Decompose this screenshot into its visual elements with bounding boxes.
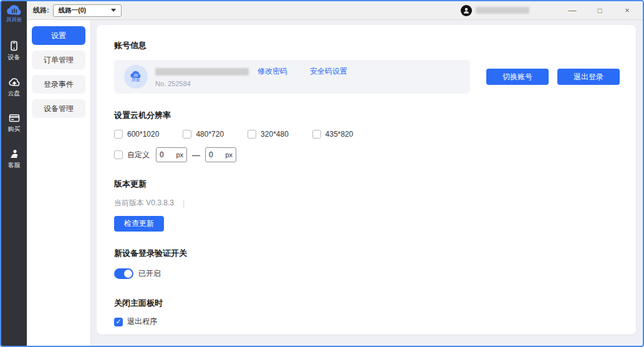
checkbox[interactable] [312,130,321,139]
checkbox-label: 退出程序 [127,316,157,327]
switch-account-button[interactable]: 切换账号 [486,69,549,85]
custom-resolution-row: 自定义 px — px [114,147,621,162]
resolution-option-600x1020[interactable]: 600*1020 [114,130,159,139]
new-device-toggle[interactable] [114,268,133,279]
tab-order-management[interactable]: 订单管理 [32,51,85,69]
route-select-value: 线路一(0) [59,6,111,15]
primary-sidebar: 川川云 设备 云盘 [1,1,27,346]
checkbox[interactable] [114,130,123,139]
resolution-option-320x480[interactable]: 320*480 [248,130,289,139]
checkbox-label: 435*820 [325,130,353,139]
checkbox[interactable] [114,318,123,326]
resolution-option-480x720[interactable]: 480*720 [183,130,224,139]
close-option-minimize-tray[interactable]: 最小化到系统托盘 [114,333,597,335]
tab-settings[interactable]: 设置 [32,26,85,45]
user-avatar[interactable] [461,5,472,16]
checkbox-label: 480*720 [196,130,224,139]
minimize-button[interactable]: — [563,4,582,17]
custom-width-field[interactable]: px [156,147,187,162]
chevron-down-icon [111,9,116,12]
device-icon [9,41,19,51]
account-avatar: 川云 [124,65,148,89]
logout-button[interactable]: 退出登录 [557,69,620,85]
main-content: 账号信息 川云 [91,20,643,346]
security-code-link[interactable]: 安全码设置 [310,66,347,77]
resolution-section-title: 设置云机分辨率 [114,110,621,121]
close-option-exit[interactable]: 退出程序 [114,316,597,327]
width-unit: px [176,151,183,159]
sidebar-item-label: 购买 [8,125,21,134]
change-password-link[interactable]: 修改密码 [257,66,287,77]
checkbox-label: 自定义 [127,150,150,160]
checkbox[interactable] [248,130,256,139]
account-number: No. 252584 [155,80,347,87]
account-card: 川云 修改密码 安全码设置 No. 252584 [114,60,470,94]
username-redacted [476,7,529,14]
checkbox[interactable] [114,335,123,335]
check-update-button[interactable]: 检查更新 [114,216,164,232]
checkbox-label: 600*1020 [127,130,159,139]
sidebar-item-label: 云盘 [8,89,21,98]
maximize-button[interactable]: □ [590,4,609,17]
tab-login-events[interactable]: 登录事件 [32,75,85,94]
sidebar-item-label: 客服 [8,161,21,170]
title-bar: 线路: 线路一(0) — □ × [27,1,643,20]
route-label: 线路: [33,6,49,15]
credit-card-icon [9,113,20,123]
close-panel-section-title: 关闭主面板时 [114,298,621,309]
sidebar-item-cloud-disk[interactable]: 云盘 [8,77,21,98]
account-section-title: 账号信息 [114,40,621,51]
range-separator: — [192,150,200,160]
custom-height-input[interactable] [209,150,223,159]
toggle-knob [124,270,132,278]
resolution-options-row: 600*1020 480*720 320*480 [114,130,621,139]
custom-width-input[interactable] [160,150,173,159]
cloud-upload-icon [9,77,20,87]
person-icon [463,7,470,14]
current-version: 当前版本 V0.3.8.3 [114,198,174,208]
sidebar-item-buy[interactable]: 购买 [8,113,21,134]
checkbox[interactable] [183,130,191,139]
settings-sidebar: 设置 订单管理 登录事件 设备管理 [27,20,91,346]
custom-resolution-option[interactable]: 自定义 [114,150,150,160]
account-row: 川云 修改密码 安全码设置 No. 252584 [114,60,621,94]
account-name-redacted [155,68,249,76]
close-button[interactable]: × [618,4,637,17]
version-section-title: 版本更新 [114,178,621,190]
route-select[interactable]: 线路一(0) [53,4,122,17]
support-icon [9,149,19,159]
app-logo: 川川云 [1,1,27,26]
sidebar-item-devices[interactable]: 设备 [8,41,21,62]
app-window: 川川云 设备 云盘 [0,0,644,347]
sidebar-item-support[interactable]: 客服 [8,149,21,170]
checkbox-label: 320*480 [261,130,289,139]
toggle-status-label: 已开启 [138,268,161,279]
brand-cloud-icon [6,4,22,16]
version-divider: | [183,199,185,208]
settings-panel: 账号信息 川云 [97,25,636,335]
tab-device-management[interactable]: 设备管理 [32,99,85,118]
avatar-text: 川云 [132,77,140,83]
resolution-option-435x820[interactable]: 435*820 [312,130,353,139]
custom-height-field[interactable]: px [205,147,236,162]
height-unit: px [225,151,233,159]
checkbox[interactable] [114,150,123,159]
checkbox-label: 最小化到系统托盘 [127,333,187,335]
sidebar-item-label: 设备 [8,53,21,62]
brand-name: 川川云 [6,16,22,23]
new-device-section-title: 新设备登录验证开关 [114,248,621,259]
